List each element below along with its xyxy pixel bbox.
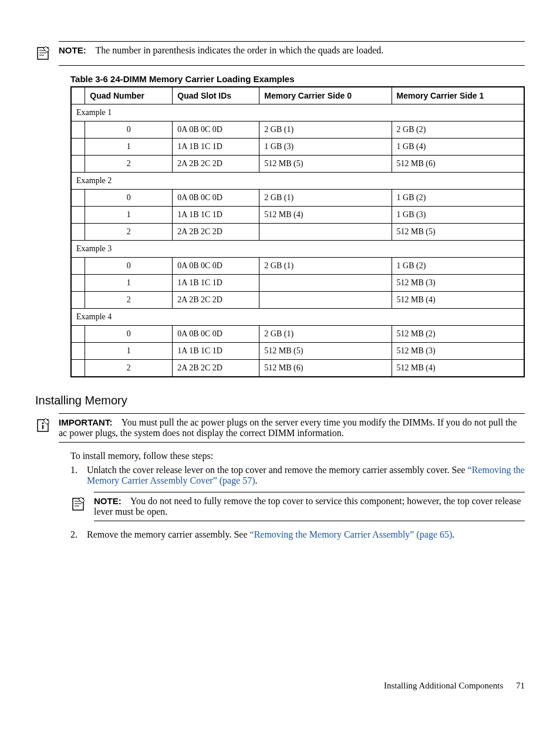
table-cell-quad-number: 1 bbox=[85, 207, 173, 224]
step-2-number: 2. bbox=[70, 529, 87, 540]
footer-text: Installing Additional Components bbox=[384, 681, 503, 690]
step-2-text-pre: Remove the memory carrier assembly. See bbox=[87, 529, 250, 539]
table-row: 22A 2B 2C 2D512 MB (4) bbox=[71, 292, 524, 309]
table-row: 22A 2B 2C 2D512 MB (6)512 MB (4) bbox=[71, 360, 524, 377]
table-cell-quad-number: 0 bbox=[85, 258, 173, 275]
table-cell-quad-number: 1 bbox=[85, 343, 173, 360]
table-cell-side1: 1 GB (3) bbox=[392, 207, 524, 224]
step-1-text-post: . bbox=[255, 475, 258, 485]
svg-point-5 bbox=[42, 423, 44, 424]
table-cell-side0: 512 MB (5) bbox=[259, 343, 392, 360]
table-cell-blank bbox=[71, 292, 85, 309]
section-heading-installing-memory: Installing Memory bbox=[35, 394, 525, 407]
table-cell-slot-ids: 2A 2B 2C 2D bbox=[173, 360, 259, 377]
note-text: The number in parenthesis indicates the … bbox=[95, 45, 383, 55]
table-cell-slot-ids: 0A 0B 0C 0D bbox=[173, 190, 259, 207]
table-cell-slot-ids: 2A 2B 2C 2D bbox=[173, 224, 259, 241]
table-cell-quad-number: 2 bbox=[85, 292, 173, 309]
table-cell-quad-number: 2 bbox=[85, 156, 173, 173]
page-footer: Installing Additional Components 71 bbox=[35, 681, 525, 691]
table-cell-side0: 512 MB (6) bbox=[259, 360, 392, 377]
table-cell-side1: 512 MB (4) bbox=[392, 292, 524, 309]
table-cell-blank bbox=[71, 326, 85, 343]
table-cell-side1: 512 MB (2) bbox=[392, 326, 524, 343]
table-cell-side0: 2 GB (1) bbox=[259, 121, 392, 139]
table-group-row: Example 1 bbox=[71, 104, 524, 121]
table-group-row: Example 2 bbox=[71, 173, 524, 190]
table-cell-side1: 512 MB (6) bbox=[392, 156, 524, 173]
step-1-text-pre: Unlatch the cover release lever on the t… bbox=[87, 465, 468, 475]
table-cell-side1: 512 MB (3) bbox=[392, 343, 524, 360]
table-cell-slot-ids: 1A 1B 1C 1D bbox=[173, 139, 259, 156]
table-cell-quad-number: 1 bbox=[85, 139, 173, 156]
memory-loading-table: Quad Number Quad Slot IDs Memory Carrier… bbox=[70, 86, 525, 377]
table-row: 00A 0B 0C 0D2 GB (1)1 GB (2) bbox=[71, 190, 524, 207]
table-group-label: Example 1 bbox=[71, 104, 524, 121]
table-header-blank bbox=[71, 87, 85, 104]
table-cell-slot-ids: 0A 0B 0C 0D bbox=[173, 258, 259, 275]
table-cell-blank bbox=[71, 121, 85, 139]
table-cell-blank bbox=[71, 343, 85, 360]
table-cell-side1: 512 MB (4) bbox=[392, 360, 524, 377]
important-label: IMPORTANT: bbox=[59, 417, 112, 427]
table-row: 11A 1B 1C 1D512 MB (3) bbox=[71, 275, 524, 292]
link-removing-carrier[interactable]: “Removing the Memory Carrier Assembly” (… bbox=[250, 529, 453, 539]
table-header-quad-slot-ids: Quad Slot IDs bbox=[173, 87, 259, 104]
table-cell-side0: 2 GB (1) bbox=[259, 190, 392, 207]
table-cell-quad-number: 0 bbox=[85, 326, 173, 343]
table-cell-slot-ids: 1A 1B 1C 1D bbox=[173, 275, 259, 292]
note-label: NOTE: bbox=[94, 496, 122, 506]
step-2-text-post: . bbox=[452, 529, 454, 539]
table-cell-slot-ids: 2A 2B 2C 2D bbox=[173, 292, 259, 309]
table-cell-blank bbox=[71, 224, 85, 241]
table-cell-side0 bbox=[259, 292, 392, 309]
table-row: 11A 1B 1C 1D512 MB (5)512 MB (3) bbox=[71, 343, 524, 360]
table-cell-blank bbox=[71, 360, 85, 377]
table-row: 11A 1B 1C 1D512 MB (4)1 GB (3) bbox=[71, 207, 524, 224]
step-1-number: 1. bbox=[70, 465, 87, 486]
table-cell-blank bbox=[71, 139, 85, 156]
table-cell-side1: 512 MB (3) bbox=[392, 275, 524, 292]
table-cell-quad-number: 0 bbox=[85, 190, 173, 207]
important-block: IMPORTANT: You must pull the ac power pl… bbox=[59, 413, 525, 443]
important-icon bbox=[35, 417, 59, 434]
table-cell-side1: 1 GB (4) bbox=[392, 139, 524, 156]
table-cell-quad-number: 0 bbox=[85, 121, 173, 139]
table-cell-side1: 1 GB (2) bbox=[392, 190, 524, 207]
table-header-side0: Memory Carrier Side 0 bbox=[259, 87, 392, 104]
note-label: NOTE: bbox=[59, 45, 86, 55]
table-cell-quad-number: 2 bbox=[85, 360, 173, 377]
note-text: You do not need to fully remove the top … bbox=[94, 496, 521, 517]
table-cell-blank bbox=[71, 275, 85, 292]
table-cell-slot-ids: 1A 1B 1C 1D bbox=[173, 343, 259, 360]
table-cell-blank bbox=[71, 258, 85, 275]
table-cell-side0: 2 GB (1) bbox=[259, 326, 392, 343]
table-cell-side0: 512 MB (4) bbox=[259, 207, 392, 224]
table-cell-side0: 2 GB (1) bbox=[259, 258, 392, 275]
table-header-side1: Memory Carrier Side 1 bbox=[392, 87, 524, 104]
table-cell-side1: 1 GB (2) bbox=[392, 258, 524, 275]
table-cell-blank bbox=[71, 207, 85, 224]
note-icon bbox=[70, 496, 94, 512]
table-cell-side0: 512 MB (5) bbox=[259, 156, 392, 173]
table-group-label: Example 3 bbox=[71, 241, 524, 258]
table-row: 11A 1B 1C 1D1 GB (3)1 GB (4) bbox=[71, 139, 524, 156]
table-cell-side0 bbox=[259, 224, 392, 241]
table-cell-slot-ids: 0A 0B 0C 0D bbox=[173, 121, 259, 139]
table-cell-blank bbox=[71, 190, 85, 207]
table-group-row: Example 4 bbox=[71, 309, 524, 326]
footer-page-number: 71 bbox=[516, 681, 525, 690]
note-block-top: NOTE: The number in parenthesis indicate… bbox=[59, 41, 525, 66]
table-cell-side1: 2 GB (2) bbox=[392, 121, 524, 139]
step-1: 1. Unlatch the cover release lever on th… bbox=[70, 465, 525, 486]
table-cell-slot-ids: 1A 1B 1C 1D bbox=[173, 207, 259, 224]
table-cell-quad-number: 1 bbox=[85, 275, 173, 292]
table-group-row: Example 3 bbox=[71, 241, 524, 258]
note-icon bbox=[35, 45, 59, 62]
table-header-quad-number: Quad Number bbox=[85, 87, 173, 104]
table-cell-blank bbox=[71, 156, 85, 173]
table-row: 00A 0B 0C 0D2 GB (1)2 GB (2) bbox=[71, 121, 524, 139]
table-header-row: Quad Number Quad Slot IDs Memory Carrier… bbox=[71, 87, 524, 104]
table-cell-side0: 1 GB (3) bbox=[259, 139, 392, 156]
table-caption: Table 3-6 24-DIMM Memory Carrier Loading… bbox=[70, 74, 525, 84]
